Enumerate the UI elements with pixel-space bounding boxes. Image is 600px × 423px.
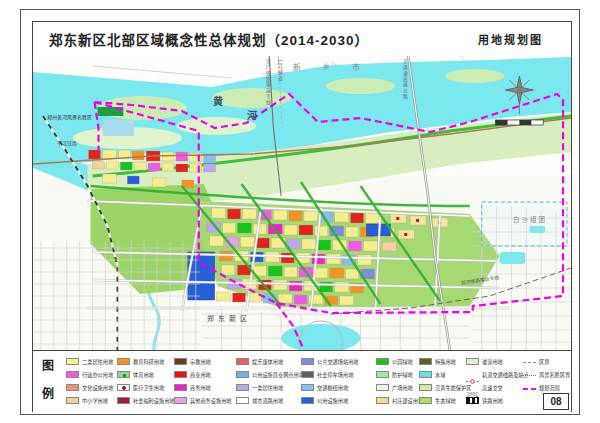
legend-item: 其他商务设施用地 xyxy=(174,395,232,406)
title-bar: 郑东新区北部区域概念性总体规划（2014-2030） 用地规划图 xyxy=(33,22,571,57)
legend-item: 文化设施用地 xyxy=(66,382,113,393)
legend-swatch-sports xyxy=(117,371,130,378)
legend-swatch xyxy=(66,358,79,365)
page-number: 08 xyxy=(543,393,569,410)
scenic-boundary-symbol xyxy=(523,375,536,376)
legend-swatch xyxy=(419,397,432,404)
legend-item: 交通枢纽用地 xyxy=(301,382,359,393)
district-boundary-symbol xyxy=(523,362,536,363)
legend-item: 社会停车场用地 xyxy=(301,369,359,380)
legend-column-7: 特殊用地 水域 沿黄生态保护区 生态绿地 xyxy=(419,356,471,406)
legend-swatch-medical-cross xyxy=(117,384,130,391)
label-107-road: 107辅道 xyxy=(276,59,281,82)
legend-swatch xyxy=(236,371,249,378)
legend-swatch xyxy=(66,384,79,391)
legend-item: 商业用地 xyxy=(174,369,232,380)
label-yellow-river-huang: 黄 xyxy=(213,97,223,107)
legend-item: 商务用地 xyxy=(174,382,232,393)
legend-item: 公园绿地 xyxy=(376,356,423,367)
label-jingguang-hsr: 京广铁路客运专线 xyxy=(264,59,269,105)
legend-swatch xyxy=(376,384,389,391)
legend-item: 轨道交通线路及站点 xyxy=(466,369,529,380)
legend-column-1: 二类居住用地 行政办公用地 文化设施用地 中小学用地 xyxy=(66,356,113,406)
legend-item: 公共交通场站用地 xyxy=(301,356,359,367)
legend-item: 区界 xyxy=(523,356,570,367)
legend-column-4: 娱乐康体用地 公用设施营业网点用地 一类居住用地 城市道路用地 xyxy=(236,356,304,406)
legend-swatch xyxy=(301,384,314,391)
legend-item: 特殊用地 xyxy=(419,356,471,367)
legend-box: 图 例 二类居住用地 行政办公用地 文化设施用地 中小学用地 教育科研用地 体育… xyxy=(33,350,571,412)
label-zhengdong-new-district: 郑东新区 xyxy=(207,315,251,322)
legend-column-8: 滩涂用地 轨道交通线路及站点 高速立交 铁路用地 xyxy=(466,356,529,406)
legend-item: 生态绿地 xyxy=(419,395,471,406)
legend-swatch xyxy=(66,397,79,404)
legend-swatch xyxy=(419,358,432,365)
legend-swatch xyxy=(66,371,79,378)
label-yellow-river-he: 河 xyxy=(247,111,257,121)
legend-item: 水域 xyxy=(419,369,471,380)
legend-item: 一类居住用地 xyxy=(236,382,304,393)
legend-item: 规划范围 xyxy=(523,382,570,393)
legend-item: 铁路用地 xyxy=(466,395,529,406)
legend-title: 图 例 xyxy=(42,356,58,401)
legend-item: 行政办公用地 xyxy=(66,369,113,380)
legend-item: 公用设施营业网点用地 xyxy=(236,369,304,380)
legend-column-5: 公共交通场站用地 社会停车场用地 交通枢纽用地 公用设施用地 xyxy=(301,356,359,406)
planning-map-page: 郑东新区北部区域概念性总体规划（2014-2030） 用地规划图 xyxy=(0,0,600,423)
legend-swatch xyxy=(174,384,187,391)
legend-column-9: 区界 风景名胜区界 规划范围 xyxy=(523,356,570,393)
legend-item: 宗教用地 xyxy=(174,356,232,367)
legend-item: 防护绿地 xyxy=(376,369,423,380)
legend-item: 中小学用地 xyxy=(66,395,113,406)
legend-item: 公用设施用地 xyxy=(301,395,359,406)
legend-item: 广场用地 xyxy=(376,382,423,393)
planning-scope-symbol xyxy=(523,388,536,390)
legend-swatch xyxy=(301,371,314,378)
legend-item: 风景名胜区界 xyxy=(523,369,570,380)
legend-swatch xyxy=(174,358,187,365)
legend-swatch xyxy=(301,358,314,365)
legend-item: 教育科研用地 xyxy=(117,356,175,367)
legend-item: 沿黄生态保护区 xyxy=(419,382,471,393)
legend-item: 医疗卫生用地 xyxy=(117,382,175,393)
legend-column-3: 宗教用地 商业用地 商务用地 其他商务设施用地 xyxy=(174,356,232,406)
legend-swatch xyxy=(236,384,249,391)
label-xinxiang-city: 新 乡 市 xyxy=(293,64,370,72)
label-scenic-area: 郑州黄河风景名胜区 xyxy=(47,115,92,120)
legend-item: 娱乐康体用地 xyxy=(236,356,304,367)
legend-item: 城市道路用地 xyxy=(236,395,304,406)
label-pinghan-railway: 平汉铁路 xyxy=(57,141,77,146)
legend-swatch xyxy=(376,358,389,365)
legend-swatch xyxy=(174,371,187,378)
label-baisha-cluster: 白沙组团 xyxy=(513,217,547,224)
legend-swatch xyxy=(301,397,314,404)
legend-swatch xyxy=(419,384,432,391)
legend-item: 高速立交 xyxy=(466,382,529,393)
legend-swatch xyxy=(236,397,249,404)
legend-swatch xyxy=(419,371,432,378)
legend-item: 二类居住用地 xyxy=(66,356,113,367)
legend-swatch xyxy=(466,358,479,365)
map-canvas: 新 乡 市 黄 河 郑州黄河风景名胜区 平汉铁路 郑东新区 白沙组团 郑济铁路客… xyxy=(33,56,571,350)
map-type-label: 用地规划图 xyxy=(478,31,543,47)
inner-border-frame: 郑东新区北部区域概念性总体规划（2014-2030） 用地规划图 xyxy=(32,21,572,412)
legend-swatch xyxy=(376,397,389,404)
label-jinggangao-expressway: 京港澳高速公路 xyxy=(401,59,406,100)
legend-column-6: 公园绿地 防护绿地 广场用地 村庄建设用地 xyxy=(376,356,423,406)
legend-swatch xyxy=(117,358,130,365)
legend-item: 社会福利设施用地 xyxy=(117,395,175,406)
legend-swatch xyxy=(117,397,130,404)
metro-line-symbol xyxy=(466,371,479,378)
legend-item: 体育用地 xyxy=(117,369,175,380)
legend-swatch xyxy=(174,397,187,404)
legend-column-2: 教育科研用地 体育用地 医疗卫生用地 社会福利设施用地 xyxy=(117,356,175,406)
page-title: 郑东新区北部区域概念性总体规划（2014-2030） xyxy=(49,29,369,49)
railway-symbol xyxy=(466,397,479,404)
legend-swatch xyxy=(376,371,389,378)
legend-item: 滩涂用地 xyxy=(466,356,529,367)
legend-swatch xyxy=(236,358,249,365)
legend-item: 村庄建设用地 xyxy=(376,395,423,406)
interchange-symbol xyxy=(466,384,479,391)
map-drawing xyxy=(33,56,571,350)
